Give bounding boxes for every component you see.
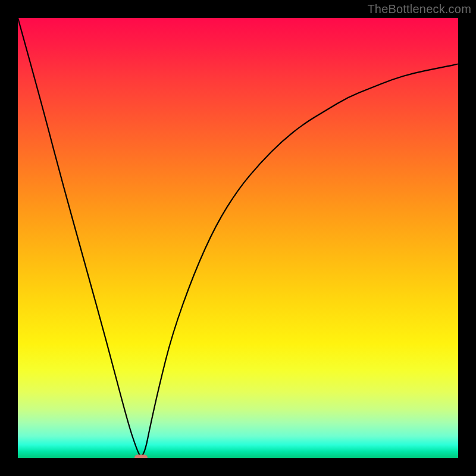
bottleneck-curve [18,18,458,456]
plot-area [18,18,458,458]
curve-svg [18,18,458,458]
watermark-text: TheBottleneck.com [367,2,471,16]
chart-frame: TheBottleneck.com [0,0,476,476]
optimum-marker [134,455,148,458]
